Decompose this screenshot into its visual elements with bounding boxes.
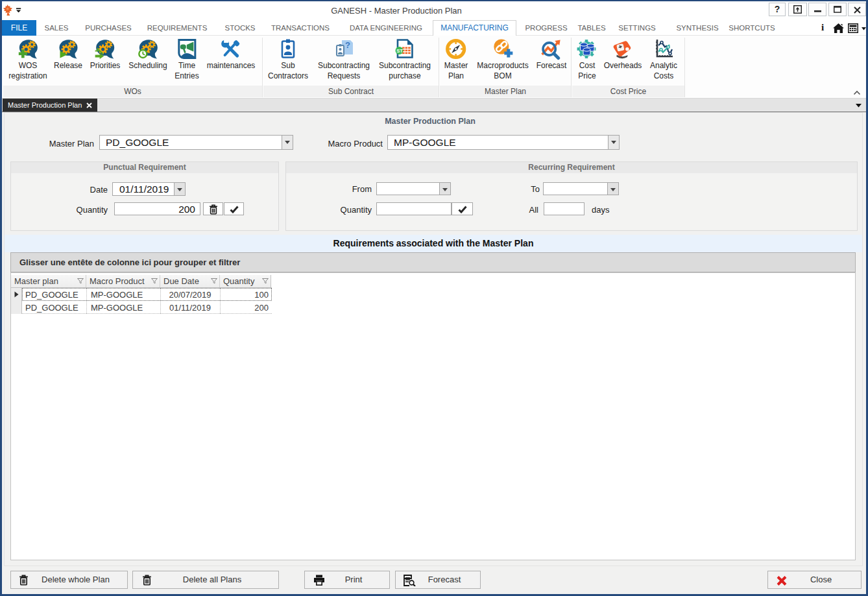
svg-text:ST: ST xyxy=(396,48,403,54)
svg-text:?: ? xyxy=(345,40,350,50)
